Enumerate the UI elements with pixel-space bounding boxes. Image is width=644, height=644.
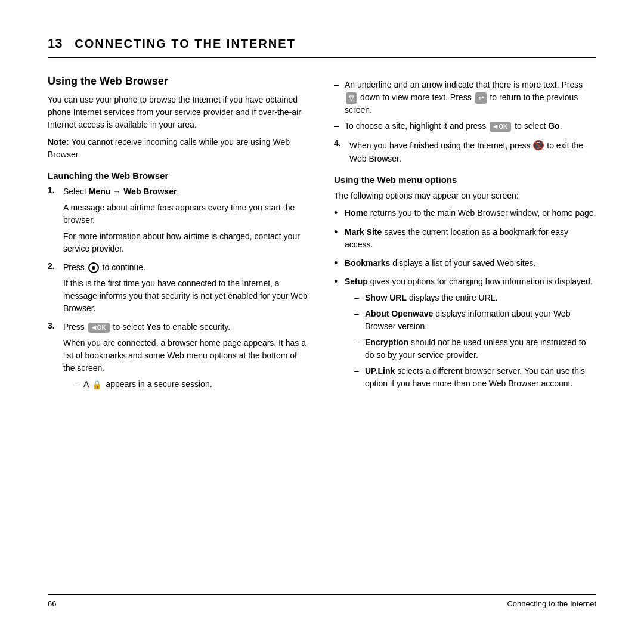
ok-button-icon xyxy=(88,262,99,273)
uplink-content: UP.Link selects a different browser serv… xyxy=(365,365,596,390)
note-label: Note: xyxy=(48,137,69,147)
step-4-content: When you have finished using the Interne… xyxy=(349,138,596,165)
bullet-marker-2: • xyxy=(334,226,345,239)
footer: 66 Connecting to the Internet xyxy=(48,594,596,608)
ok-btn-step3: ◀OK xyxy=(88,323,110,333)
dash-marker: – xyxy=(73,378,83,391)
step-2-content: Press to continue. If this is the first … xyxy=(63,261,310,315)
right-dash-2-content: To choose a site, highlight it and press… xyxy=(345,120,596,132)
steps-list: 1. Select Menu → Web Browser. A message … xyxy=(48,185,310,395)
chapter-title: CONNECTING TO THE INTERNET xyxy=(75,37,296,50)
step-1-sub-2: For more information about how airtime i… xyxy=(63,230,310,255)
step-2: 2. Press to continue. If this is the fir… xyxy=(48,261,310,315)
step-4-num: 4. xyxy=(334,138,346,148)
main-section-title: Using the Web Browser xyxy=(48,75,310,88)
setup-sub-showurl: – Show URL displays the entire URL. xyxy=(354,292,596,304)
dash-uplink: – xyxy=(354,365,365,377)
bullet-marker-1: • xyxy=(334,207,345,220)
step-4: 4. When you have finished using the Inte… xyxy=(334,138,596,165)
dash-openwave: – xyxy=(354,308,365,320)
setup-sub-openwave: – About Openwave displays information ab… xyxy=(354,308,596,333)
setup-content: Setup gives you options for changing how… xyxy=(345,275,596,394)
chapter-header: 13 CONNECTING TO THE INTERNET xyxy=(48,36,596,58)
encryption-content: Encryption should not be used unless you… xyxy=(365,336,596,361)
menu-options-list: • Home returns you to the main Web Brows… xyxy=(334,207,596,394)
step-3-sub-1: When you are connected, a browser home p… xyxy=(63,337,310,374)
footer-page-text: Connecting to the Internet xyxy=(507,599,596,608)
menu-item-home: • Home returns you to the main Web Brows… xyxy=(334,207,596,220)
end-call-icon: 📵 xyxy=(532,140,544,150)
menu-item-marksite: • Mark Site saves the current location a… xyxy=(334,226,596,251)
home-content: Home returns you to the main Web Browser… xyxy=(345,207,596,219)
ok-btn-right: ◀OK xyxy=(490,122,511,132)
bookmarks-content: Bookmarks displays a list of your saved … xyxy=(345,257,596,270)
step-3-dash-1: – A 🔒 appears in a secure session. xyxy=(73,378,310,391)
step-1-content: Select Menu → Web Browser. A message abo… xyxy=(63,185,310,255)
dash-marker-r2: – xyxy=(334,120,345,132)
left-column: Using the Web Browser You can use your p… xyxy=(48,75,310,582)
back-nav-icon: ↩ xyxy=(475,92,487,104)
step-1-num: 1. xyxy=(48,185,60,195)
step-3: 3. Press ◀OK to select Yes to enable sec… xyxy=(48,321,310,395)
page: 13 CONNECTING TO THE INTERNET Using the … xyxy=(0,0,644,644)
chapter-title-spacer xyxy=(65,39,73,49)
right-dash-1-content: An underline and an arrow indicate that … xyxy=(345,79,596,116)
menu-intro: The following options may appear on your… xyxy=(334,190,596,202)
menu-section-title: Using the Web menu options xyxy=(334,175,596,185)
right-column: – An underline and an arrow indicate tha… xyxy=(334,75,596,582)
step-2-sub-1: If this is the first time you have conne… xyxy=(63,277,310,315)
step-3-dash-list: – A 🔒 appears in a secure session. xyxy=(73,378,310,391)
dash-encryption: – xyxy=(354,336,365,349)
dash-marker-r1: – xyxy=(334,79,345,91)
setup-sub-uplink: – UP.Link selects a different browser se… xyxy=(354,365,596,390)
note-text-content: You cannot receive incoming calls while … xyxy=(48,137,290,159)
subsection-title: Launching the Web Browser xyxy=(48,171,310,181)
intro-text: You can use your phone to browse the Int… xyxy=(48,94,310,131)
setup-sub-list: – Show URL displays the entire URL. – Ab… xyxy=(354,292,596,390)
marksite-content: Mark Site saves the current location as … xyxy=(345,226,596,251)
menu-item-setup: • Setup gives you options for changing h… xyxy=(334,275,596,394)
note-paragraph: Note: You cannot receive incoming calls … xyxy=(48,136,310,161)
openwave-content: About Openwave displays information abou… xyxy=(365,308,596,333)
dash-1-content: A 🔒 appears in a secure session. xyxy=(83,378,310,391)
down-nav-icon: ▽ xyxy=(346,92,357,104)
step-1: 1. Select Menu → Web Browser. A message … xyxy=(48,185,310,255)
setup-sub-encryption: – Encryption should not be used unless y… xyxy=(354,336,596,361)
chapter-number: 13 xyxy=(48,36,62,51)
step-2-num: 2. xyxy=(48,261,60,271)
bullet-marker-4: • xyxy=(334,275,345,289)
step-3-content: Press ◀OK to select Yes to enable securi… xyxy=(63,321,310,395)
footer-page-number: 66 xyxy=(48,599,56,608)
showurl-content: Show URL displays the entire URL. xyxy=(365,292,596,304)
right-dash-2: – To choose a site, highlight it and pre… xyxy=(334,120,596,132)
lock-icon: 🔒 xyxy=(92,379,102,391)
step-1-sub-1: A message about airtime fees appears eve… xyxy=(63,202,310,227)
dash-showurl: – xyxy=(354,292,365,304)
content-area: Using the Web Browser You can use your p… xyxy=(48,75,596,582)
bullet-marker-3: • xyxy=(334,257,345,270)
right-dash-1: – An underline and an arrow indicate tha… xyxy=(334,79,596,116)
menu-item-bookmarks: • Bookmarks displays a list of your save… xyxy=(334,257,596,270)
right-top-dash-list: – An underline and an arrow indicate tha… xyxy=(334,79,596,132)
step-3-num: 3. xyxy=(48,321,60,330)
